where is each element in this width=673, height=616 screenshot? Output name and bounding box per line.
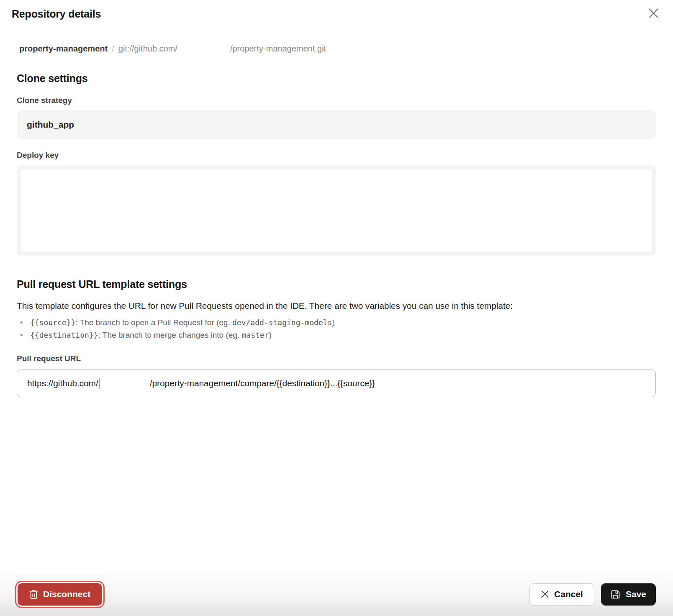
cancel-button[interactable]: Cancel	[529, 583, 594, 606]
list-item-source-variable: {{source}}: The branch to open a Pull Re…	[17, 316, 656, 329]
modal-body: property-management / git://github.com/ …	[0, 44, 673, 397]
page-title: Repository details	[12, 8, 101, 20]
close-icon	[541, 590, 549, 598]
trash-icon	[29, 590, 38, 599]
pr-template-heading: Pull request URL template settings	[17, 278, 656, 290]
source-variable-example: dev/add-staging-models	[232, 318, 332, 327]
modal-footer: Disconnect Cancel Save	[0, 575, 673, 616]
disconnect-button-label: Disconnect	[43, 589, 90, 599]
remote-url-suffix: /property-management.git	[230, 44, 326, 54]
source-variable-code: {{source}}	[30, 318, 75, 327]
clone-strategy-value: github_app	[27, 120, 74, 130]
disconnect-button[interactable]: Disconnect	[18, 583, 102, 606]
save-button-label: Save	[626, 589, 646, 599]
clone-strategy-field: github_app	[17, 110, 656, 139]
repository-details-modal: Repository details property-management /…	[0, 0, 673, 616]
cancel-button-label: Cancel	[554, 589, 583, 599]
pr-template-variables-list: {{source}}: The branch to open a Pull Re…	[17, 316, 656, 341]
save-button[interactable]: Save	[601, 583, 656, 606]
breadcrumb-repo-name: property-management	[19, 44, 108, 54]
modal-header: Repository details	[0, 0, 673, 28]
pull-request-url-label: Pull request URL	[17, 354, 656, 363]
deploy-key-field-wrapper	[17, 165, 656, 256]
deploy-key-label: Deploy key	[17, 151, 656, 160]
close-icon	[649, 8, 658, 19]
clone-strategy-label: Clone strategy	[17, 96, 656, 105]
destination-variable-example: master	[241, 331, 269, 339]
pr-url-prefix: https://github.com/	[27, 378, 98, 388]
close-button[interactable]	[647, 7, 660, 21]
remote-url-prefix: git://github.com/	[118, 44, 177, 54]
breadcrumb: property-management / git://github.com/ …	[19, 44, 656, 54]
list-item-destination-variable: {{destination}}: The branch to merge cha…	[17, 329, 656, 341]
destination-variable-suffix: )	[269, 331, 272, 339]
text-caret	[99, 378, 100, 389]
save-floppy-icon	[611, 590, 620, 599]
clone-settings-heading: Clone settings	[17, 72, 656, 85]
source-variable-text: : The branch to open a Pull Request for …	[75, 318, 232, 327]
pr-template-description: This template configures the URL for new…	[17, 301, 656, 311]
pr-url-suffix: /property-management/compare/{{destinati…	[150, 378, 375, 388]
source-variable-suffix: )	[332, 318, 334, 327]
deploy-key-textarea[interactable]	[21, 169, 652, 252]
destination-variable-code: {{destination}}	[30, 331, 98, 339]
destination-variable-text: : The branch to merge changes into (eg.	[98, 331, 242, 339]
pull-request-url-input[interactable]: https://github.com//property-management/…	[17, 370, 656, 397]
breadcrumb-separator: /	[112, 44, 114, 54]
